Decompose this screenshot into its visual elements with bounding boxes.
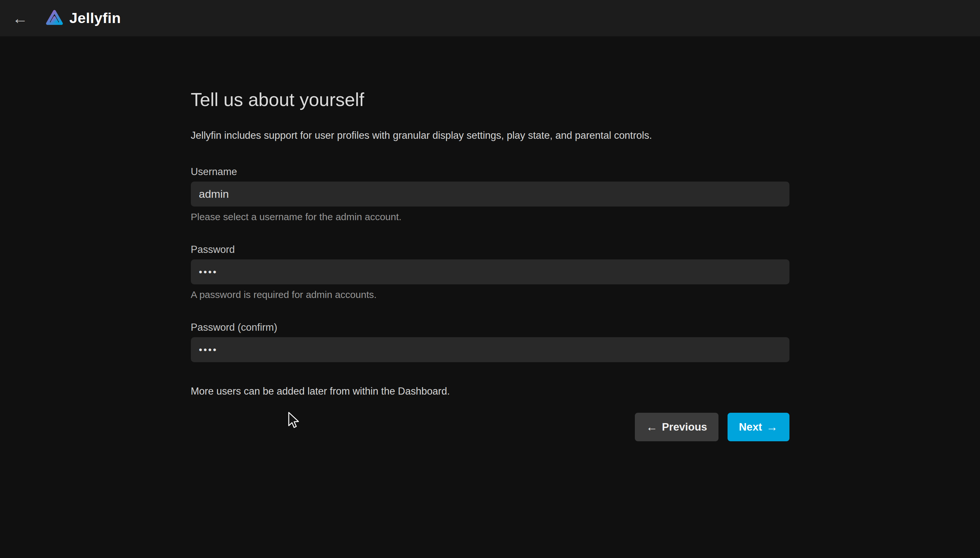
arrow-left-icon: ← (646, 421, 658, 433)
username-helper-text: Please select a username for the admin a… (191, 212, 789, 222)
jellyfin-logo: Jellyfin (44, 8, 121, 28)
password-helper-text: A password is required for admin account… (191, 289, 789, 300)
username-field-group: Username Please select a username for th… (191, 166, 789, 222)
setup-wizard-user-page: Tell us about yourself Jellyfin includes… (191, 36, 789, 441)
footer-note: More users can be added later from withi… (191, 386, 789, 397)
password-confirm-input[interactable] (191, 337, 789, 362)
page-title: Tell us about yourself (191, 89, 789, 110)
arrow-right-icon: → (766, 421, 778, 433)
app-header: ← Jellyfin (0, 0, 980, 36)
password-confirm-label: Password (confirm) (191, 322, 789, 333)
password-confirm-field-group: Password (confirm) (191, 322, 789, 362)
password-field-group: Password A password is required for admi… (191, 244, 789, 300)
jellyfin-logo-icon (44, 8, 65, 28)
next-button[interactable]: Next → (728, 413, 789, 441)
back-button[interactable]: ← (10, 8, 31, 28)
wizard-nav-buttons: ← Previous Next → (191, 413, 789, 441)
username-input[interactable] (191, 182, 789, 207)
app-title: Jellyfin (69, 10, 121, 26)
arrow-left-icon: ← (12, 10, 28, 27)
username-label: Username (191, 166, 789, 178)
password-input[interactable] (191, 259, 789, 284)
previous-button[interactable]: ← Previous (635, 413, 718, 441)
password-label: Password (191, 244, 789, 256)
previous-button-label: Previous (662, 421, 707, 433)
next-button-label: Next (739, 421, 762, 433)
page-description: Jellyfin includes support for user profi… (191, 130, 789, 141)
